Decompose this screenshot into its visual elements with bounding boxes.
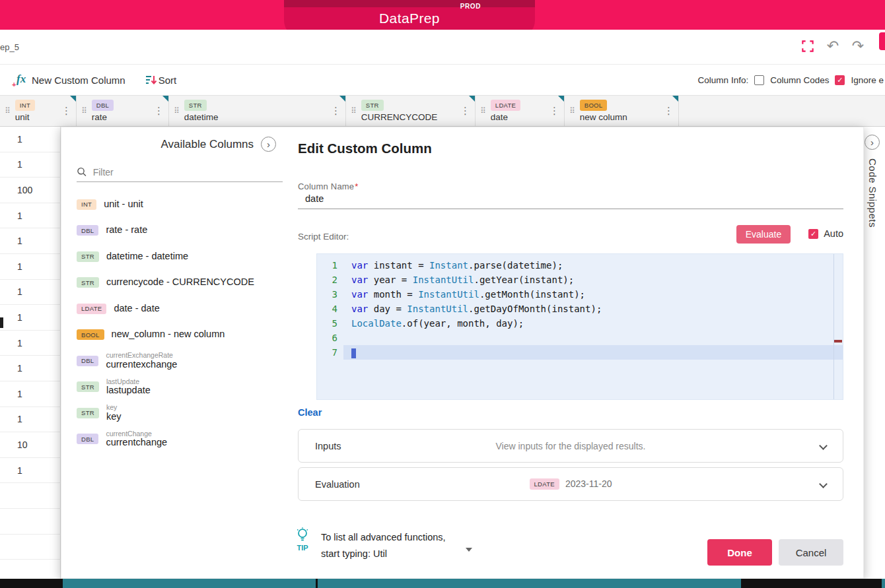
available-column-item[interactable]: STRlastUpdatelastupdate bbox=[77, 374, 298, 401]
code-token: var bbox=[351, 289, 368, 300]
table-row[interactable] bbox=[0, 560, 61, 579]
inputs-accordion-hint: View inputs for the displayed results. bbox=[299, 441, 843, 451]
collapse-columns-chevron-icon[interactable]: › bbox=[261, 137, 276, 152]
evaluation-accordion[interactable]: Evaluation LDATE 2023-11-20 bbox=[298, 467, 843, 501]
line-number: 7 bbox=[317, 345, 337, 360]
new-custom-column-button[interactable]: New Custom Column bbox=[32, 75, 125, 86]
available-column-item[interactable]: DBLrate - rate bbox=[77, 218, 298, 244]
tip-dropdown-caret-icon[interactable] bbox=[466, 548, 472, 552]
evaluation-type-badge: LDATE bbox=[530, 478, 559, 489]
column-header[interactable]: ⠿INTunit⋮ bbox=[0, 96, 77, 126]
filter-field bbox=[77, 166, 283, 182]
available-column-item[interactable]: STRdatetime - datetime bbox=[77, 244, 298, 270]
column-header[interactable]: ⠿DBLrate⋮ bbox=[77, 96, 169, 126]
column-corner-triangle-icon bbox=[162, 96, 168, 102]
kebab-menu-icon[interactable]: ⋮ bbox=[61, 105, 71, 117]
edge-pink-button[interactable] bbox=[879, 32, 885, 50]
evaluation-accordion-title: Evaluation bbox=[315, 479, 360, 490]
undo-icon[interactable]: ↶ bbox=[824, 38, 841, 55]
auto-checkbox[interactable]: ✓ bbox=[808, 229, 818, 239]
column-codes-checkbox[interactable] bbox=[754, 75, 764, 85]
table-row[interactable]: 1 bbox=[0, 356, 61, 381]
table-row[interactable]: 1 bbox=[0, 228, 61, 254]
available-column-text: unit - unit bbox=[104, 199, 143, 210]
table-row[interactable]: 1 bbox=[0, 203, 61, 229]
table-row[interactable]: 1 bbox=[0, 407, 61, 433]
code-snippets-chevron-icon[interactable]: › bbox=[865, 135, 880, 150]
column-name: date bbox=[491, 112, 508, 122]
redo-icon[interactable]: ↷ bbox=[849, 38, 867, 55]
available-column-item[interactable]: STRcurrencycode - CURRENCYCODE bbox=[77, 270, 298, 296]
column-codes-label: Column Codes bbox=[770, 75, 829, 85]
kebab-menu-icon[interactable]: ⋮ bbox=[331, 105, 341, 117]
new-custom-column-icon[interactable]: fx + bbox=[12, 72, 30, 88]
table-row[interactable]: 1 bbox=[0, 305, 61, 331]
kebab-menu-icon[interactable]: ⋮ bbox=[154, 105, 164, 117]
clear-link[interactable]: Clear bbox=[298, 407, 322, 418]
column-header[interactable]: ⠿BOOLnew column⋮ bbox=[565, 96, 679, 126]
drag-handle-icon[interactable]: ⠿ bbox=[480, 106, 486, 115]
table-row[interactable] bbox=[0, 483, 61, 509]
inputs-accordion[interactable]: Inputs View inputs for the displayed res… bbox=[298, 429, 843, 463]
table-row[interactable]: 1 bbox=[0, 280, 61, 306]
sort-button[interactable]: Sort bbox=[159, 75, 177, 86]
drag-handle-icon[interactable]: ⠿ bbox=[351, 106, 357, 115]
code-lines: var instant = Instant.parse(datetime);va… bbox=[351, 258, 832, 360]
drag-handle-icon[interactable]: ⠿ bbox=[174, 106, 180, 115]
column-header[interactable]: ⠿LDATEdate⋮ bbox=[476, 96, 565, 126]
code-token: InstantUtil bbox=[413, 275, 474, 285]
available-column-item[interactable]: INTunit - unit bbox=[77, 191, 298, 218]
table-row[interactable]: 1 bbox=[0, 127, 61, 152]
done-button[interactable]: Done bbox=[707, 539, 772, 566]
column-corner-triangle-icon bbox=[558, 96, 564, 102]
code-token: .getYear(instant); bbox=[474, 275, 574, 285]
column-corner-triangle-icon bbox=[469, 96, 475, 102]
table-row[interactable] bbox=[0, 509, 61, 535]
table-row[interactable] bbox=[0, 535, 61, 560]
table-row[interactable]: 1 bbox=[0, 381, 61, 407]
line-number: 4 bbox=[317, 302, 337, 316]
available-column-item[interactable]: DBLcurrentChangecurrentchange bbox=[77, 426, 298, 453]
status-bar-segment bbox=[63, 579, 316, 588]
fullscreen-icon-svg bbox=[800, 39, 815, 53]
code-area[interactable]: var instant = Instant.parse(datetime);va… bbox=[343, 254, 843, 399]
table-row[interactable]: 10 bbox=[0, 432, 61, 458]
available-column-item[interactable]: STRkeykey bbox=[77, 400, 298, 426]
data-grid-left-column: 11100111111111101 bbox=[0, 127, 61, 579]
cancel-button[interactable]: Cancel bbox=[779, 539, 843, 566]
column-name: CURRENCYCODE bbox=[361, 112, 438, 122]
table-row[interactable]: 100 bbox=[0, 178, 61, 203]
table-row[interactable]: 1 bbox=[0, 331, 61, 356]
evaluate-button[interactable]: Evaluate bbox=[736, 225, 791, 244]
app-title: DataPrep bbox=[284, 11, 535, 26]
filter-input[interactable] bbox=[93, 167, 283, 178]
kebab-menu-icon[interactable]: ⋮ bbox=[664, 105, 674, 117]
drag-handle-icon[interactable]: ⠿ bbox=[569, 106, 575, 115]
available-column-item[interactable]: BOOLnew_column - new column bbox=[77, 322, 298, 348]
code-line: var day = InstantUtil.getDayOfMonth(inst… bbox=[351, 302, 832, 316]
table-row[interactable]: 1 bbox=[0, 254, 61, 280]
code-token: InstantUtil bbox=[418, 289, 479, 300]
available-column-item[interactable]: LDATEdate - date bbox=[77, 296, 298, 322]
script-code-editor[interactable]: 1234567 var instant = Instant.parse(date… bbox=[316, 253, 843, 400]
sort-icon[interactable] bbox=[144, 73, 157, 86]
kebab-menu-icon[interactable]: ⋮ bbox=[549, 105, 559, 117]
ignore-errors-checkbox[interactable]: ✓ bbox=[835, 75, 845, 85]
column-name-field[interactable]: date bbox=[305, 193, 324, 204]
status-bar-segment bbox=[318, 579, 741, 588]
table-row[interactable]: 1 bbox=[0, 458, 61, 484]
table-row[interactable]: 1 bbox=[0, 152, 61, 178]
available-column-item[interactable]: DBLcurrentExchangeRatecurrentexchange bbox=[77, 348, 298, 374]
drag-handle-icon[interactable]: ⠿ bbox=[5, 106, 11, 115]
drag-handle-icon[interactable]: ⠿ bbox=[81, 106, 87, 115]
code-line: LocalDate.of(year, month, day); bbox=[351, 316, 832, 331]
code-token: year = bbox=[368, 275, 412, 285]
available-column-label: new_column - new column bbox=[112, 329, 225, 340]
column-header[interactable]: ⠿STRdatetime⋮ bbox=[169, 96, 346, 126]
column-type-badge: LDATE bbox=[491, 100, 520, 110]
code-snippets-tab[interactable]: Code Snippets bbox=[867, 158, 878, 228]
fullscreen-icon[interactable] bbox=[799, 38, 816, 55]
kebab-menu-icon[interactable]: ⋮ bbox=[460, 105, 470, 117]
column-header[interactable]: ⠿STRCURRENCYCODE⋮ bbox=[346, 96, 476, 126]
code-line bbox=[351, 331, 832, 345]
